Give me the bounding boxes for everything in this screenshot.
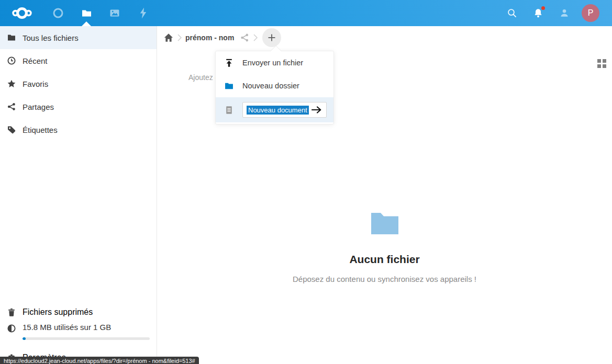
- plus-icon: [267, 33, 276, 42]
- quota-progress-fill: [23, 337, 26, 340]
- avatar-initial: P: [588, 8, 594, 18]
- sidebar-item-label: Partages: [23, 103, 54, 111]
- activity-app-icon: [139, 7, 148, 19]
- sidebar-item-label: Fichiers supprimés: [23, 308, 93, 317]
- sidebar-item-shares[interactable]: Partages: [0, 95, 157, 118]
- avatar[interactable]: P: [582, 4, 599, 22]
- home-icon: [164, 33, 173, 42]
- contacts-button[interactable]: [551, 0, 577, 26]
- menu-item-upload-file[interactable]: Envoyer un fichier: [216, 51, 333, 74]
- sidebar-item-label: Récent: [23, 56, 48, 65]
- nextcloud-logo-icon: [8, 5, 36, 21]
- document-icon: [224, 105, 233, 115]
- breadcrumb-home[interactable]: [163, 32, 174, 43]
- contacts-icon: [559, 8, 570, 18]
- notification-dot: [541, 6, 545, 10]
- files-main-area: prénom - nom: [157, 26, 612, 364]
- new-menu-dropdown: Envoyer un fichier Nouveau dossier: [215, 51, 334, 124]
- breadcrumb-current-folder[interactable]: prénom - nom: [185, 33, 234, 42]
- nextcloud-logo[interactable]: [0, 5, 44, 21]
- app-photos[interactable]: [101, 0, 129, 26]
- notifications-button[interactable]: [525, 0, 551, 26]
- new-document-submit-button[interactable]: [309, 106, 322, 114]
- sidebar-item-label: Tous les fichiers: [23, 33, 79, 42]
- sidebar-item-favorites[interactable]: Favoris: [0, 72, 157, 95]
- quota-label: 15.8 MB utilisés sur 1 GB: [23, 322, 111, 333]
- upload-icon: [224, 58, 233, 67]
- files-app-icon: [81, 8, 92, 19]
- folder-icon: [224, 81, 233, 90]
- menu-item-label: Nouveau dossier: [242, 82, 299, 90]
- new-document-input-value: Nouveau document: [247, 106, 309, 115]
- app-files[interactable]: [72, 0, 101, 26]
- grid-icon: [597, 59, 601, 63]
- files-sidebar: Tous les fichiers Récent Favoris: [0, 26, 157, 364]
- tag-icon: [7, 126, 16, 134]
- sidebar-item-recent[interactable]: Récent: [0, 49, 157, 72]
- app-activity[interactable]: [129, 0, 157, 26]
- breadcrumb-share-button[interactable]: [239, 32, 250, 43]
- user-menu[interactable]: P: [577, 0, 604, 26]
- trash-icon: [7, 308, 16, 316]
- search-icon: [507, 8, 517, 18]
- search-button[interactable]: [499, 0, 525, 26]
- menu-item-new-folder[interactable]: Nouveau dossier: [216, 74, 333, 97]
- circles-app-icon: [52, 7, 64, 19]
- grid-icon: [597, 64, 601, 68]
- new-document-input[interactable]: Nouveau document: [242, 102, 327, 118]
- star-icon: [7, 79, 16, 88]
- share-icon: [240, 33, 249, 42]
- sidebar-item-tags[interactable]: Étiquettes: [0, 118, 157, 141]
- breadcrumb-separator: [253, 32, 258, 43]
- folder-icon: [7, 33, 16, 42]
- app-circles[interactable]: [44, 0, 72, 26]
- breadcrumb-separator: [177, 32, 182, 43]
- quota-pie-icon: [7, 324, 16, 333]
- menu-item-new-document[interactable]: Nouveau document: [216, 97, 333, 122]
- empty-folder-state: Aucun fichier Déposez du contenu ou sync…: [157, 212, 612, 283]
- photos-app-icon: [109, 8, 120, 18]
- header-right-actions: P: [499, 0, 612, 26]
- top-header-bar: P: [0, 0, 612, 26]
- clock-icon: [7, 56, 16, 65]
- arrow-right-icon: [311, 106, 322, 114]
- empty-state-subtitle: Déposez du contenu ou synchronisez vos a…: [157, 275, 612, 283]
- status-bar-url: https://educloud2.jean-cloud.net/apps/fi…: [0, 357, 199, 364]
- sidebar-item-all-files[interactable]: Tous les fichiers: [0, 26, 157, 49]
- quota-progress-track: [23, 337, 150, 340]
- sidebar-item-deleted-files[interactable]: Fichiers supprimés: [0, 301, 157, 324]
- nextcloud-window: P Tous les fichiers Récent: [0, 0, 612, 364]
- view-grid-toggle[interactable]: [597, 59, 606, 68]
- grid-icon: [603, 64, 606, 68]
- active-app-caret: [82, 21, 91, 26]
- empty-state-title: Aucun fichier: [157, 253, 612, 266]
- share-icon: [7, 103, 16, 111]
- breadcrumb: prénom - nom: [157, 26, 281, 49]
- grid-icon: [603, 59, 606, 63]
- sidebar-item-label: Étiquettes: [23, 126, 58, 134]
- big-folder-icon: [370, 212, 399, 235]
- new-button[interactable]: [262, 28, 281, 47]
- sidebar-item-label: Favoris: [23, 79, 48, 88]
- quota-section: 15.8 MB utilisés sur 1 GB: [0, 322, 157, 340]
- menu-item-label: Envoyer un fichier: [242, 59, 303, 67]
